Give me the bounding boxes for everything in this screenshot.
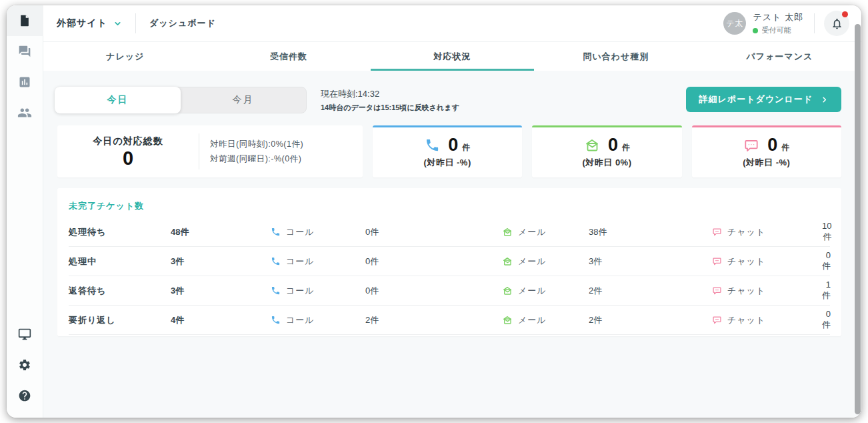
sidebar-item-users[interactable] xyxy=(7,97,43,128)
row-total: 3件 xyxy=(171,256,271,268)
mail-channel-label: メール xyxy=(502,314,589,326)
mail-vs-yesterday: (対昨日 0%) xyxy=(582,157,631,169)
data-refresh-note: 14時台のデータは15:15頃に反映されます xyxy=(321,103,459,113)
dashboard-tabs: ナレッジ 受信件数 対応状況 問い合わせ種別 パフォーマンス xyxy=(43,42,861,71)
mail-unit: 件 xyxy=(622,137,630,153)
site-selector[interactable]: 外部サイト xyxy=(57,17,122,29)
period-month-segment[interactable]: 今月 xyxy=(180,87,306,113)
status-label: 受付可能 xyxy=(761,25,791,35)
sidebar-item-monitor[interactable] xyxy=(7,319,43,350)
chat-bubble-icon xyxy=(712,286,722,296)
mail-channel-label: メール xyxy=(502,285,589,297)
sidebar-item-reports[interactable] xyxy=(7,67,43,97)
call-label: コール xyxy=(286,314,315,326)
mail-label: メール xyxy=(518,256,547,268)
phone-icon xyxy=(271,315,281,325)
top-bar: 外部サイト ダッシュボード テ太 テスト 太郎 受付可能 xyxy=(43,5,861,42)
vs-yesterday-line: 対昨日(同時刻):0%(1件) xyxy=(210,137,303,151)
mail-icon xyxy=(502,227,513,238)
notification-area xyxy=(824,11,849,36)
row-status: 処理待ち xyxy=(69,226,171,238)
chat-bubble-icon xyxy=(712,256,722,266)
call-channel-label: コール xyxy=(271,226,365,238)
call-label: コール xyxy=(286,256,315,268)
chat-channel-label: チャット xyxy=(712,285,822,297)
monitor-icon xyxy=(18,328,31,341)
call-count: 0 xyxy=(448,136,458,154)
mail-card: 0 件 (対昨日 0%) xyxy=(532,125,681,177)
chat-label: チャット xyxy=(727,226,765,238)
bell-icon xyxy=(831,17,843,30)
row-call-count: 0件 xyxy=(365,285,502,297)
sidebar-item-documents[interactable] xyxy=(7,5,43,36)
call-label: コール xyxy=(286,285,315,297)
phone-icon xyxy=(271,227,281,237)
chat-label: チャット xyxy=(727,256,765,268)
call-channel-label: コール xyxy=(271,285,365,297)
row-mail-count: 2件 xyxy=(589,285,712,297)
chat-count: 0 xyxy=(767,136,777,154)
row-chat-count: 0件 xyxy=(822,309,848,331)
mail-count: 0 xyxy=(608,136,618,154)
people-icon xyxy=(17,105,32,120)
tab-knowledge[interactable]: ナレッジ xyxy=(43,42,207,71)
chat-bubble-icon xyxy=(712,227,722,237)
sidebar-item-settings[interactable] xyxy=(7,350,43,380)
table-row: 処理中 3件 コール 0件 メール 3件 チャット 0件 xyxy=(69,247,830,276)
chat-bubble-icon xyxy=(743,137,759,153)
call-channel-label: コール xyxy=(271,256,365,268)
mail-label: メール xyxy=(518,285,547,297)
call-label: コール xyxy=(286,226,315,238)
tab-performance[interactable]: パフォーマンス xyxy=(698,42,861,71)
sidebar xyxy=(7,5,43,418)
time-info: 現在時刻:14:32 14時台のデータは15:15頃に反映されます xyxy=(321,87,459,113)
user-info[interactable]: テスト 太郎 受付可能 xyxy=(753,11,803,35)
topbar-divider xyxy=(135,13,136,33)
gear-icon xyxy=(18,358,31,372)
open-tickets-card: 未完了チケット数 処理待ち 48件 コール 0件 メール 38件 チャット 10… xyxy=(57,188,841,336)
chevron-down-icon xyxy=(113,19,122,28)
summary-title: 今日の対応総数 xyxy=(57,135,199,147)
row-status: 処理中 xyxy=(69,256,171,268)
tab-received-count[interactable]: 受信件数 xyxy=(207,42,370,71)
notification-dot xyxy=(842,11,848,17)
row-call-count: 0件 xyxy=(365,256,502,268)
topbar-right: テ太 テスト 太郎 受付可能 xyxy=(723,11,849,36)
current-time-label: 現在時刻:14:32 xyxy=(321,88,459,100)
controls-row: 今日 今月 現在時刻:14:32 14時台のデータは15:15頃に反映されます … xyxy=(55,87,841,113)
mail-card-main: 0 件 xyxy=(584,136,630,154)
breadcrumb: ダッシュボード xyxy=(149,17,216,29)
mail-channel-label: メール xyxy=(502,256,589,268)
sidebar-item-help[interactable] xyxy=(7,380,43,411)
document-icon xyxy=(18,14,31,27)
avatar[interactable]: テ太 xyxy=(723,12,746,35)
tab-response-status[interactable]: 対応状況 xyxy=(371,42,534,71)
tab-inquiry-type[interactable]: 問い合わせ種別 xyxy=(534,42,697,71)
chat-channel-label: チャット xyxy=(712,256,822,268)
stat-cards-row: 今日の対応総数 0 対昨日(同時刻):0%(1件) 対前週(同曜日):-%(0件… xyxy=(57,125,841,177)
detail-report-download-button[interactable]: 詳細レポートダウンロード xyxy=(686,87,841,112)
row-status: 返答待ち xyxy=(69,285,171,297)
chat-card-main: 0 件 xyxy=(743,136,789,154)
chat-label: チャット xyxy=(727,285,765,297)
row-call-count: 2件 xyxy=(365,314,502,326)
sidebar-item-chats[interactable] xyxy=(7,36,43,67)
call-channel-label: コール xyxy=(271,314,365,326)
bar-chart-icon xyxy=(18,75,31,89)
download-button-label: 詳細レポートダウンロード xyxy=(699,93,813,105)
app-window: 外部サイト ダッシュボード テ太 テスト 太郎 受付可能 xyxy=(7,5,861,418)
vertical-scrollbar-thumb[interactable] xyxy=(855,24,861,414)
chat-label: チャット xyxy=(727,314,765,326)
period-today-segment[interactable]: 今日 xyxy=(55,87,181,113)
row-mail-count: 38件 xyxy=(589,226,712,238)
summary-total-value: 0 xyxy=(57,149,199,168)
summary-comparisons: 対昨日(同時刻):0%(1件) 対前週(同曜日):-%(0件) xyxy=(199,137,303,166)
mail-label: メール xyxy=(518,226,547,238)
summary-card: 今日の対応総数 0 対昨日(同時刻):0%(1件) 対前週(同曜日):-%(0件… xyxy=(57,125,363,177)
row-total: 4件 xyxy=(171,314,271,326)
mail-icon xyxy=(502,256,513,267)
chat-channel-label: チャット xyxy=(712,226,822,238)
mail-icon xyxy=(584,137,600,153)
row-total: 3件 xyxy=(171,285,271,297)
main-column: 外部サイト ダッシュボード テ太 テスト 太郎 受付可能 xyxy=(43,5,861,418)
